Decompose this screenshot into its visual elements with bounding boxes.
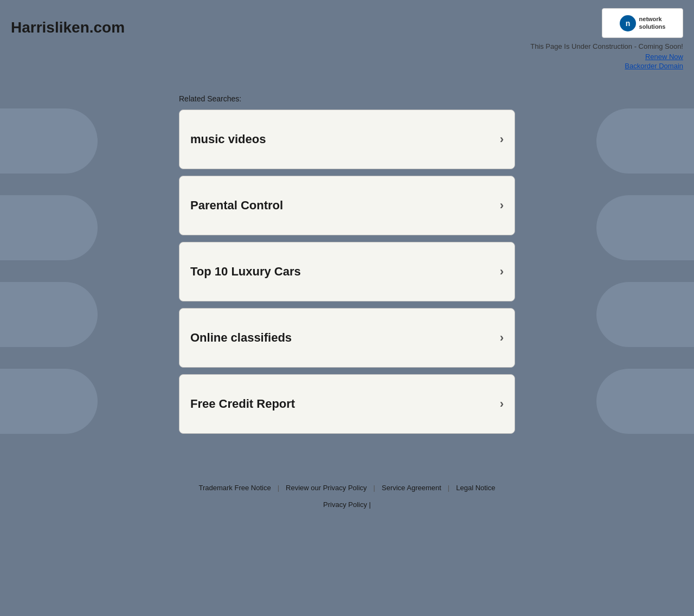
decorative-pill bbox=[0, 282, 98, 347]
decorative-pill bbox=[596, 369, 694, 434]
ns-logo-icon: n bbox=[620, 15, 636, 31]
footer-link-legal-notice[interactable]: Legal Notice bbox=[449, 484, 502, 492]
svg-text:n: n bbox=[625, 19, 630, 28]
footer-privacy-link[interactable]: Privacy Policy bbox=[323, 501, 367, 509]
decorative-pill bbox=[0, 195, 98, 260]
footer-links: Trademark Free Notice | Review our Priva… bbox=[0, 484, 694, 492]
search-item-parental-control[interactable]: Parental Control › bbox=[179, 176, 515, 235]
decorative-pill bbox=[596, 195, 694, 260]
chevron-right-icon: › bbox=[500, 198, 504, 213]
decorative-pill bbox=[0, 369, 98, 434]
network-solutions-logo[interactable]: n network solutions bbox=[602, 8, 683, 38]
chevron-right-icon: › bbox=[500, 331, 504, 345]
decorative-pill bbox=[0, 108, 98, 174]
search-item-text: Online classifieds bbox=[190, 331, 292, 345]
search-item-text: Parental Control bbox=[190, 198, 283, 213]
footer-link-service-agreement[interactable]: Service Agreement bbox=[375, 484, 448, 492]
decorative-pill bbox=[596, 108, 694, 174]
main-content: Related Searches: music videos › Parenta… bbox=[0, 84, 694, 451]
footer-privacy: Privacy Policy | bbox=[0, 501, 694, 509]
ns-logo-text: network solutions bbox=[639, 16, 666, 30]
ns-logo-inner: n network solutions bbox=[620, 15, 666, 31]
backorder-domain-link[interactable]: Backorder Domain bbox=[625, 62, 683, 70]
chevron-right-icon: › bbox=[500, 397, 504, 411]
search-item-text: Top 10 Luxury Cars bbox=[190, 265, 301, 279]
decorative-pill bbox=[596, 282, 694, 347]
related-searches-label: Related Searches: bbox=[179, 94, 515, 103]
footer: Trademark Free Notice | Review our Priva… bbox=[0, 484, 694, 525]
site-title[interactable]: Harrisliken.com bbox=[11, 19, 125, 36]
footer-link-trademark[interactable]: Trademark Free Notice bbox=[192, 484, 277, 492]
search-item-free-credit-report[interactable]: Free Credit Report › bbox=[179, 374, 515, 434]
footer-link-privacy-policy[interactable]: Review our Privacy Policy bbox=[279, 484, 374, 492]
footer-privacy-separator: | bbox=[369, 501, 371, 509]
status-text: This Page Is Under Construction - Coming… bbox=[530, 42, 683, 50]
header-links: Renew Now Backorder Domain bbox=[625, 53, 683, 70]
search-item-text: Free Credit Report bbox=[190, 397, 295, 411]
search-item-music-videos[interactable]: music videos › bbox=[179, 110, 515, 169]
search-item-luxury-cars[interactable]: Top 10 Luxury Cars › bbox=[179, 242, 515, 301]
search-item-text: music videos bbox=[190, 132, 266, 146]
chevron-right-icon: › bbox=[500, 265, 504, 279]
header-right: n network solutions This Page Is Under C… bbox=[530, 8, 683, 70]
chevron-right-icon: › bbox=[500, 132, 504, 146]
renew-now-link[interactable]: Renew Now bbox=[645, 53, 683, 61]
search-item-online-classifieds[interactable]: Online classifieds › bbox=[179, 308, 515, 368]
header: Harrisliken.com n network solutions This… bbox=[0, 0, 694, 78]
